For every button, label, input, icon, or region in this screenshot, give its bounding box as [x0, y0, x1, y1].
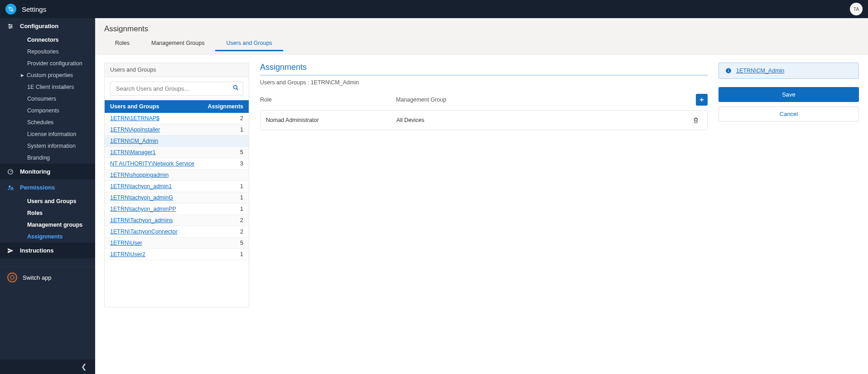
sliders-icon — [7, 23, 14, 29]
table-row[interactable]: 1ETRN\AppInstaller1 — [105, 124, 249, 136]
svg-point-11 — [10, 276, 14, 279]
user-link[interactable]: 1ETRN\CM_Admin — [110, 138, 158, 144]
svg-point-5 — [9, 24, 10, 25]
assignment-count: 1 — [202, 249, 249, 260]
user-link[interactable]: 1ETRN\1ETRNAP$ — [110, 115, 159, 121]
sidebar-item-users-and-groups[interactable]: Users and Groups — [20, 195, 95, 207]
assignment-count: 2 — [202, 113, 249, 124]
assignment-count: 1 — [202, 181, 249, 192]
sidebar-item-license-information[interactable]: License information — [20, 128, 95, 140]
table-row[interactable]: 1ETRN\User21 — [105, 249, 249, 260]
sidebar-item-system-information[interactable]: System information — [20, 140, 95, 152]
info-link[interactable]: 1ETRN\CM_Admin — [736, 68, 784, 74]
tab-users-and-groups[interactable]: Users and Groups — [215, 36, 283, 51]
delete-assignment-button[interactable] — [690, 114, 702, 126]
search-icon[interactable] — [233, 85, 239, 91]
sidebar-item-custom-properties[interactable]: ▶Custom properties — [20, 69, 95, 81]
collapse-sidebar-button[interactable]: ❮ — [0, 359, 95, 374]
sidebar-section-label: Configuration — [20, 23, 58, 29]
user-link[interactable]: 1ETRN\Manager1 — [110, 149, 156, 155]
svg-point-7 — [10, 27, 10, 28]
user-link[interactable]: 1ETRN\User — [110, 240, 142, 246]
column-count[interactable]: Assignments — [202, 100, 249, 113]
sidebar-item-consumers[interactable]: Consumers — [20, 93, 95, 105]
sidebar-section-configuration[interactable]: Configuration — [0, 18, 95, 34]
page-heading: Assignments — [104, 24, 859, 34]
sidebar-item-label: Schedules — [27, 119, 53, 126]
switch-app-icon — [7, 272, 17, 282]
chevron-left-icon: ❮ — [81, 363, 87, 371]
sidebar-item-label: Custom properties — [27, 72, 73, 78]
chevron-right-icon: ▶ — [21, 73, 24, 78]
assignment-role: Nomad Administrator — [266, 117, 396, 123]
tab-management-groups[interactable]: Management Groups — [140, 36, 215, 51]
info-icon — [725, 68, 732, 74]
column-name[interactable]: Users and Groups — [105, 100, 202, 113]
sidebar-section-monitoring[interactable]: Monitoring — [0, 164, 95, 180]
table-row[interactable]: 1ETRN\1ETRNAP$2 — [105, 113, 249, 124]
table-row[interactable]: 1ETRN\shoppingadmin — [105, 170, 249, 181]
sidebar-item-label: Provider configuration — [27, 60, 82, 67]
table-row[interactable]: 1ETRN\User5 — [105, 238, 249, 249]
sidebar-section-permissions[interactable]: Permissions — [0, 180, 95, 195]
user-link[interactable]: 1ETRN\tachyon_adminG — [110, 194, 173, 201]
assignment-count: 1 — [202, 204, 249, 215]
sidebar-item-label: Repositories — [27, 49, 58, 55]
assignment-count: 5 — [202, 238, 249, 249]
switch-app-button[interactable]: Switch app — [0, 267, 95, 288]
sidebar-item-label: Assignments — [27, 233, 63, 240]
user-lock-icon — [7, 185, 14, 191]
table-row[interactable]: 1ETRN\TachyonConnector2 — [105, 226, 249, 238]
sidebar-item-provider-configuration[interactable]: Provider configuration — [20, 58, 95, 69]
svg-rect-10 — [11, 188, 13, 190]
page-header: Assignments RolesManagement GroupsUsers … — [95, 18, 868, 54]
table-row[interactable]: 1ETRN\tachyon_adminPP1 — [105, 204, 249, 215]
table-row[interactable]: NT AUTHORITY\Network Service3 — [105, 158, 249, 170]
sidebar-item-repositories[interactable]: Repositories — [20, 46, 95, 58]
sidebar-item-label: Connectors — [27, 37, 58, 43]
user-link[interactable]: 1ETRN\Tachyon_admins — [110, 217, 173, 223]
sidebar-item-roles[interactable]: Roles — [20, 207, 95, 219]
user-link[interactable]: NT AUTHORITY\Network Service — [110, 160, 194, 167]
table-row[interactable]: 1ETRN\Tachyon_admins2 — [105, 215, 249, 226]
svg-point-0 — [9, 7, 10, 9]
tab-roles[interactable]: Roles — [104, 36, 140, 51]
sidebar-item-schedules[interactable]: Schedules — [20, 117, 95, 128]
table-row[interactable]: 1ETRN\tachyon_adminG1 — [105, 192, 249, 204]
sidebar-item-management-groups[interactable]: Management groups — [20, 219, 95, 231]
gauge-icon — [7, 169, 14, 175]
cancel-button[interactable]: Cancel — [719, 107, 859, 121]
send-icon — [7, 248, 14, 254]
section-subtitle: Users and Groups : 1ETRN\CM_Admin — [260, 79, 708, 86]
topbar: Settings TA — [0, 0, 868, 18]
sidebar-item-1e-client-installers[interactable]: 1E Client installers — [20, 81, 95, 93]
page-title: Settings — [22, 5, 46, 13]
sidebar-item-branding[interactable]: Branding — [20, 152, 95, 164]
table-row[interactable]: 1ETRN\CM_Admin — [105, 136, 249, 147]
sidebar-item-label: Roles — [27, 210, 43, 216]
user-link[interactable]: 1ETRN\TachyonConnector — [110, 228, 178, 235]
user-link[interactable]: 1ETRN\tachyon_adminPP — [110, 206, 176, 212]
svg-rect-17 — [728, 70, 728, 72]
add-assignment-button[interactable] — [696, 94, 708, 106]
svg-rect-18 — [728, 69, 728, 70]
sidebar-item-assignments[interactable]: Assignments — [20, 231, 95, 243]
user-link[interactable]: 1ETRN\tachyon_admin1 — [110, 183, 172, 189]
sidebar-section-instructions[interactable]: Instructions — [0, 243, 95, 258]
save-button[interactable]: Save — [719, 87, 859, 102]
table-row[interactable]: 1ETRN\Manager15 — [105, 147, 249, 158]
sidebar: Configuration ConnectorsRepositoriesProv… — [0, 18, 95, 374]
table-row[interactable]: 1ETRN\tachyon_admin11 — [105, 181, 249, 192]
assignment-count: 2 — [202, 215, 249, 226]
user-link[interactable]: 1ETRN\User2 — [110, 251, 145, 257]
sidebar-item-label: 1E Client installers — [27, 84, 74, 90]
user-link[interactable]: 1ETRN\AppInstaller — [110, 126, 160, 133]
user-link[interactable]: 1ETRN\shoppingadmin — [110, 172, 169, 178]
column-group: Management Group — [396, 97, 696, 103]
sidebar-item-connectors[interactable]: Connectors — [20, 34, 95, 46]
sidebar-item-label: Users and Groups — [27, 198, 76, 204]
search-input[interactable] — [110, 82, 243, 96]
avatar[interactable]: TA — [850, 3, 863, 15]
assignment-count — [202, 170, 249, 181]
sidebar-item-components[interactable]: Components — [20, 105, 95, 117]
